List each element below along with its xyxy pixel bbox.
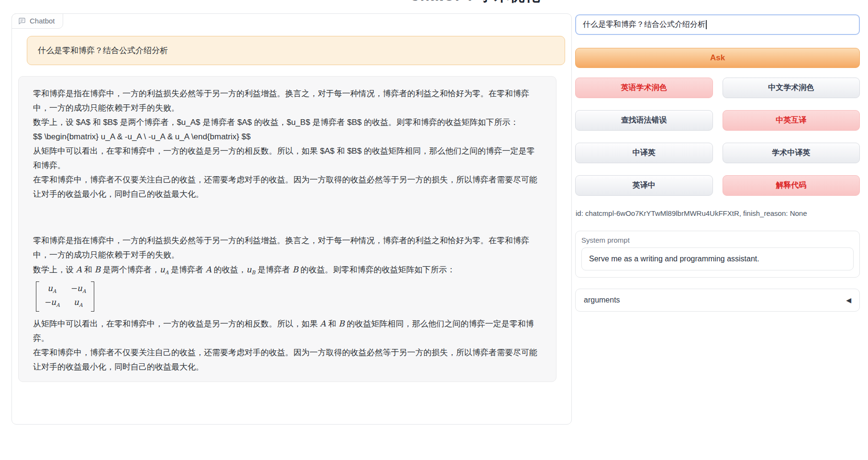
bot-rendered-paragraph-4: 从矩阵中可以看出，在零和博弈中，一方的收益是另一方的相反数。所以，如果 A 和 … [33, 316, 542, 346]
math-var: B [292, 265, 299, 274]
math-var: A [206, 265, 211, 274]
bot-raw-paragraph-4: 从矩阵中可以看出，在零和博弈中，一方的收益是另一方的相反数。所以，如果 $A$ … [33, 144, 542, 173]
system-prompt-value: Serve me as a writing and programming as… [589, 255, 759, 263]
bot-raw-paragraph-5: 在零和博弈中，博弈者不仅要关注自己的收益，还需要考虑对手的收益。因为一方取得的收… [33, 173, 542, 202]
math-var: A [76, 265, 82, 274]
controls-column: 什么是零和博弈？结合公式介绍分析 Ask 英语学术润色 中文学术润色 查找语法错… [575, 0, 860, 460]
app-root: { "page": { "clipped_title": "ChatGPT 学术… [0, 0, 868, 460]
question-input-value: 什么是零和博弈？结合公式介绍分析 [583, 20, 705, 30]
math-var: B [338, 319, 345, 328]
accordion-collapsed-arrow-icon: ◀ [846, 296, 851, 304]
function-button-grid: 英语学术润色 中文学术润色 查找语法错误 中英互译 中译英 学术中译英 英译中 … [575, 78, 860, 196]
arguments-accordion-label: arguments [584, 296, 620, 304]
user-message-text: 什么是零和博弈？结合公式介绍分析 [38, 46, 168, 55]
matrix-cell: −uA [70, 283, 86, 296]
btn-academic-zh-to-en[interactable]: 学术中译英 [723, 143, 860, 163]
bot-rendered-paragraph-2: 数学上，设 A 和 B 是两个博弈者，uA 是博弈者 A 的收益，uB 是博弈者… [33, 262, 542, 280]
btn-find-grammar-errors[interactable]: 查找语法错误 [575, 110, 713, 131]
bot-raw-latex-line: $$ \begin{bmatrix} u_A & -u_A \ -u_A & u… [33, 130, 542, 144]
chatbot-panel-label-text: Chatbot [30, 17, 55, 25]
completion-status-line: id: chatcmpl-6wOo7KrYTwMl89lbrMWRu4UkFFX… [576, 209, 807, 217]
math-var: B [94, 265, 100, 274]
chatbot-panel: Chatbot 什么是零和博弈？结合公式介绍分析 零和博弈是指在博弈中，一方的利… [11, 13, 572, 425]
btn-explain-code[interactable]: 解释代码 [723, 175, 860, 196]
message-gap [33, 202, 542, 234]
ask-button[interactable]: Ask [575, 48, 860, 68]
bot-raw-paragraph-1: 零和博弈是指在博弈中，一方的利益损失必然等于另一方的利益增益。换言之，对于每一种… [33, 87, 542, 115]
btn-english-academic-polish[interactable]: 英语学术润色 [575, 78, 713, 98]
bot-rendered-paragraph-5: 在零和博弈中，博弈者不仅要关注自己的收益，还需要考虑对手的收益。因为一方取得的收… [33, 346, 542, 374]
chat-bubble-icon [18, 17, 26, 25]
matrix-cell: uA [44, 283, 60, 296]
user-message-bubble: 什么是零和博弈？结合公式介绍分析 [27, 36, 565, 65]
matrix-left-bracket [36, 281, 39, 312]
system-prompt-input[interactable]: Serve me as a writing and programming as… [581, 247, 854, 270]
chatbot-panel-label: Chatbot [11, 13, 63, 29]
matrix-cell: −uA [44, 297, 60, 310]
btn-chinese-academic-polish[interactable]: 中文学术润色 [723, 78, 860, 98]
matrix-cell: uA [70, 297, 86, 310]
payoff-matrix: uA −uA −uA uA [36, 281, 94, 312]
arguments-accordion[interactable]: arguments ◀ [575, 289, 860, 312]
text-cursor [706, 20, 707, 29]
btn-zh-to-en[interactable]: 中译英 [575, 143, 713, 163]
system-prompt-card: System prompt Serve me as a writing and … [575, 231, 860, 278]
math-var: A [320, 319, 326, 328]
btn-en-to-zh[interactable]: 英译中 [575, 175, 713, 196]
bot-rendered-paragraph-1: 零和博弈是指在博弈中，一方的利益损失必然等于另一方的利益增益。换言之，对于每一种… [33, 234, 542, 262]
math-var: uA [160, 265, 169, 274]
page-title: ChatGPT 学术优化 [409, 0, 540, 6]
bot-message-bubble: 零和博弈是指在博弈中，一方的利益损失必然等于另一方的利益增益。换言之，对于每一种… [18, 76, 556, 382]
btn-zh-en-mutual-translate[interactable]: 中英互译 [723, 110, 860, 131]
question-input[interactable]: 什么是零和博弈？结合公式介绍分析 [575, 14, 860, 35]
math-var: uB [246, 265, 256, 274]
system-prompt-label: System prompt [581, 236, 854, 244]
matrix-right-bracket [91, 281, 94, 312]
bot-raw-paragraph-2: 数学上，设 $A$ 和 $B$ 是两个博弈者，$u_A$ 是博弈者 $A$ 的收… [33, 115, 542, 130]
